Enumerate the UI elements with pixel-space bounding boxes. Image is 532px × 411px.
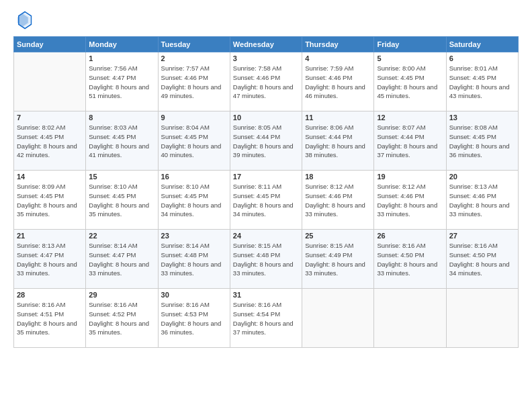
calendar-table: SundayMondayTuesdayWednesdayThursdayFrid… [13,36,519,348]
day-cell: 7Sunrise: 8:02 AMSunset: 4:45 PMDaylight… [14,111,86,171]
day-number: 11 [305,113,371,122]
day-info: Sunrise: 8:08 AMSunset: 4:45 PMDaylight:… [449,123,515,160]
day-number: 9 [161,113,227,122]
day-info: Sunrise: 8:14 AMSunset: 4:47 PMDaylight:… [89,241,154,278]
day-cell: 25Sunrise: 8:15 AMSunset: 4:49 PMDayligh… [302,230,374,289]
day-info: Sunrise: 8:09 AMSunset: 4:45 PMDaylight:… [17,182,83,219]
day-number: 13 [449,113,515,122]
day-cell [14,52,86,111]
day-info: Sunrise: 8:02 AMSunset: 4:45 PMDaylight:… [17,123,83,160]
day-cell: 22Sunrise: 8:14 AMSunset: 4:47 PMDayligh… [86,230,158,289]
day-number: 17 [233,173,299,181]
day-info: Sunrise: 8:03 AMSunset: 4:45 PMDaylight:… [89,123,154,160]
day-number: 22 [89,232,154,240]
day-number: 10 [233,113,299,122]
day-info: Sunrise: 8:13 AMSunset: 4:46 PMDaylight:… [449,182,515,219]
column-header-sunday: Sunday [14,37,86,52]
day-cell: 20Sunrise: 8:13 AMSunset: 4:46 PMDayligh… [446,171,518,230]
day-info: Sunrise: 8:15 AMSunset: 4:48 PMDaylight:… [233,241,299,278]
day-info: Sunrise: 8:10 AMSunset: 4:45 PMDaylight:… [89,182,154,219]
day-number: 29 [89,291,154,299]
column-header-tuesday: Tuesday [158,37,230,52]
day-info: Sunrise: 8:16 AMSunset: 4:54 PMDaylight:… [233,300,299,337]
day-cell: 18Sunrise: 8:12 AMSunset: 4:46 PMDayligh… [302,171,374,230]
day-number: 25 [305,232,371,240]
day-number: 16 [161,173,227,181]
day-cell: 11Sunrise: 8:06 AMSunset: 4:44 PMDayligh… [302,111,374,171]
day-info: Sunrise: 8:00 AMSunset: 4:45 PMDaylight:… [377,64,443,101]
week-row-3: 14Sunrise: 8:09 AMSunset: 4:45 PMDayligh… [14,171,519,230]
day-number: 18 [305,173,371,181]
day-number: 12 [377,113,443,122]
page-header [13,11,519,30]
day-number: 30 [161,291,227,299]
day-cell: 12Sunrise: 8:07 AMSunset: 4:44 PMDayligh… [374,111,446,171]
day-number: 6 [449,54,515,62]
day-cell: 19Sunrise: 8:12 AMSunset: 4:46 PMDayligh… [374,171,446,230]
calendar-page: SundayMondayTuesdayWednesdayThursdayFrid… [0,0,532,411]
day-number: 28 [17,291,83,299]
day-info: Sunrise: 8:16 AMSunset: 4:50 PMDaylight:… [449,241,515,278]
day-info: Sunrise: 8:15 AMSunset: 4:49 PMDaylight:… [305,241,371,278]
day-info: Sunrise: 8:16 AMSunset: 4:50 PMDaylight:… [377,241,443,278]
day-info: Sunrise: 7:57 AMSunset: 4:46 PMDaylight:… [161,64,227,101]
day-cell: 5Sunrise: 8:00 AMSunset: 4:45 PMDaylight… [374,52,446,111]
column-header-wednesday: Wednesday [230,37,302,52]
week-row-5: 28Sunrise: 8:16 AMSunset: 4:51 PMDayligh… [14,289,519,348]
week-row-2: 7Sunrise: 8:02 AMSunset: 4:45 PMDaylight… [14,111,519,171]
day-cell: 16Sunrise: 8:10 AMSunset: 4:45 PMDayligh… [158,171,230,230]
day-cell: 2Sunrise: 7:57 AMSunset: 4:46 PMDaylight… [158,52,230,111]
day-number: 21 [17,232,83,240]
day-cell: 17Sunrise: 8:11 AMSunset: 4:45 PMDayligh… [230,171,302,230]
column-header-monday: Monday [86,37,158,52]
day-cell [374,289,446,348]
day-info: Sunrise: 7:56 AMSunset: 4:47 PMDaylight:… [89,64,154,101]
day-info: Sunrise: 7:58 AMSunset: 4:46 PMDaylight:… [233,64,299,101]
column-header-saturday: Saturday [446,37,518,52]
day-cell: 28Sunrise: 8:16 AMSunset: 4:51 PMDayligh… [14,289,86,348]
day-cell: 30Sunrise: 8:16 AMSunset: 4:53 PMDayligh… [158,289,230,348]
day-number: 27 [449,232,515,240]
day-number: 20 [449,173,515,181]
day-info: Sunrise: 8:16 AMSunset: 4:53 PMDaylight:… [161,300,227,337]
day-cell: 10Sunrise: 8:05 AMSunset: 4:44 PMDayligh… [230,111,302,171]
day-number: 31 [233,291,299,299]
day-cell: 9Sunrise: 8:04 AMSunset: 4:45 PMDaylight… [158,111,230,171]
day-cell: 13Sunrise: 8:08 AMSunset: 4:45 PMDayligh… [446,111,518,171]
day-info: Sunrise: 8:07 AMSunset: 4:44 PMDaylight:… [377,123,443,160]
logo-icon [13,11,32,30]
day-info: Sunrise: 7:59 AMSunset: 4:46 PMDaylight:… [305,64,371,101]
day-number: 1 [89,54,154,62]
logo [13,11,35,30]
day-info: Sunrise: 8:06 AMSunset: 4:44 PMDaylight:… [305,123,371,160]
day-info: Sunrise: 8:10 AMSunset: 4:45 PMDaylight:… [161,182,227,219]
week-row-1: 1Sunrise: 7:56 AMSunset: 4:47 PMDaylight… [14,52,519,111]
day-info: Sunrise: 8:16 AMSunset: 4:52 PMDaylight:… [89,300,154,337]
week-row-4: 21Sunrise: 8:13 AMSunset: 4:47 PMDayligh… [14,230,519,289]
day-number: 7 [17,113,83,122]
column-header-friday: Friday [374,37,446,52]
day-info: Sunrise: 8:04 AMSunset: 4:45 PMDaylight:… [161,123,227,160]
day-info: Sunrise: 8:01 AMSunset: 4:45 PMDaylight:… [449,64,515,101]
day-cell: 29Sunrise: 8:16 AMSunset: 4:52 PMDayligh… [86,289,158,348]
day-info: Sunrise: 8:11 AMSunset: 4:45 PMDaylight:… [233,182,299,219]
day-number: 26 [377,232,443,240]
day-number: 24 [233,232,299,240]
day-cell: 27Sunrise: 8:16 AMSunset: 4:50 PMDayligh… [446,230,518,289]
column-header-thursday: Thursday [302,37,374,52]
day-cell [446,289,518,348]
day-cell: 31Sunrise: 8:16 AMSunset: 4:54 PMDayligh… [230,289,302,348]
day-number: 15 [89,173,154,181]
day-cell: 21Sunrise: 8:13 AMSunset: 4:47 PMDayligh… [14,230,86,289]
day-cell: 26Sunrise: 8:16 AMSunset: 4:50 PMDayligh… [374,230,446,289]
day-cell: 8Sunrise: 8:03 AMSunset: 4:45 PMDaylight… [86,111,158,171]
day-cell: 14Sunrise: 8:09 AMSunset: 4:45 PMDayligh… [14,171,86,230]
day-number: 23 [161,232,227,240]
day-cell: 24Sunrise: 8:15 AMSunset: 4:48 PMDayligh… [230,230,302,289]
calendar-header-row: SundayMondayTuesdayWednesdayThursdayFrid… [14,37,519,52]
day-number: 5 [377,54,443,62]
day-number: 2 [161,54,227,62]
day-info: Sunrise: 8:14 AMSunset: 4:48 PMDaylight:… [161,241,227,278]
day-info: Sunrise: 8:12 AMSunset: 4:46 PMDaylight:… [305,182,371,219]
day-number: 4 [305,54,371,62]
